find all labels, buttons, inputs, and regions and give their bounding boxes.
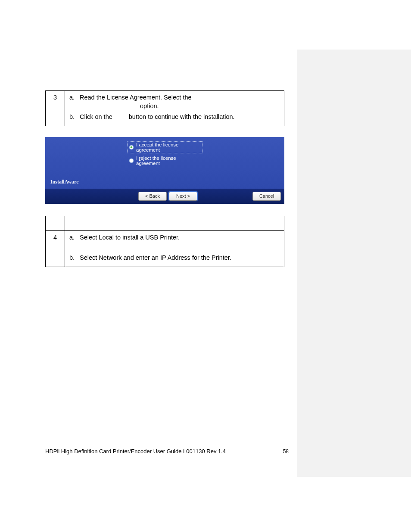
svg-point-1 (131, 146, 133, 148)
step4-table: 4 a. Select Local to install a USB Print… (45, 216, 284, 267)
step3b-letter: b. (68, 113, 80, 121)
installer-button-bar: < Back Next > Cancel (45, 189, 284, 204)
step4b-text: Select Network and enter an IP Address f… (80, 254, 281, 262)
step3-table: 3 a. Read the License Agreement. Select … (45, 90, 284, 126)
step4-header-left (46, 216, 65, 230)
cancel-button[interactable]: Cancel (252, 192, 281, 201)
installaware-brand: InstallAware (50, 179, 79, 185)
back-button[interactable]: < Back (138, 192, 167, 201)
step3b-text2: button to continue with the installation… (129, 113, 235, 120)
footer-title: HDPii High Definition Card Printer/Encod… (45, 448, 226, 454)
step4a-letter: a. (68, 233, 80, 242)
step3b-text1: Click on the (80, 113, 112, 120)
step4-header-right (65, 216, 284, 230)
step4-number: 4 (46, 230, 65, 267)
step3-body: a. Read the License Agreement. Select th… (65, 91, 284, 126)
page-number: 58 (283, 448, 289, 454)
svg-point-2 (129, 159, 134, 163)
installer-body: I accept the license agreement I reject … (45, 137, 284, 189)
radio-accept-license[interactable]: I accept the license agreement (127, 141, 202, 153)
step4-body: a. Select Local to install a USB Printer… (65, 230, 284, 267)
radio-reject-license[interactable]: I reject the license agreement (127, 155, 202, 167)
installer-dialog: I accept the license agreement I reject … (45, 137, 284, 204)
step3a-text2: option. (140, 103, 159, 109)
page-content: 3 a. Read the License Agreement. Select … (45, 90, 284, 278)
next-button[interactable]: Next > (169, 192, 197, 201)
page-footer: HDPii High Definition Card Printer/Encod… (45, 448, 289, 454)
step3a-letter: a. (68, 93, 80, 110)
step3-number: 3 (46, 91, 65, 126)
radio-selected-icon (129, 145, 134, 150)
right-margin-band (297, 50, 411, 477)
step3a-text1: Read the License Agreement. Select the (80, 94, 192, 101)
radio-unselected-icon (129, 158, 134, 163)
step4b-letter: b. (68, 254, 80, 262)
step4a-text: Select Local to install a USB Printer. (80, 233, 281, 242)
